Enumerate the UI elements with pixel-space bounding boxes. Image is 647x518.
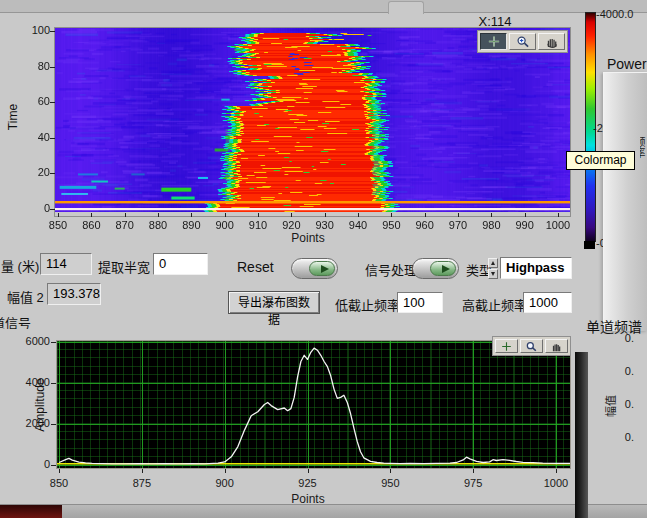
spinner-down-icon[interactable] (488, 269, 498, 279)
x-tick-mark (458, 213, 459, 217)
export-waterfall-button[interactable]: 导出瀑布图数据 (228, 291, 320, 314)
zoom-tool-button[interactable] (509, 33, 536, 50)
cursor-tool-icon (486, 35, 502, 48)
x-tick-label: 950 (373, 477, 407, 489)
channel-signal-label: 道信号 (0, 313, 31, 329)
x-tick-mark (425, 213, 426, 217)
x-tick-label: 940 (341, 219, 375, 231)
waveform-plot[interactable] (56, 340, 571, 469)
y-tick-mark (50, 67, 55, 68)
x-tick-mark (558, 213, 559, 217)
amplitude2-indicator: 193.378 (47, 283, 101, 305)
high-cutoff-label: 高截止频率 (462, 295, 527, 314)
x-tick-mark (291, 213, 292, 217)
x-tick-label: 900 (208, 219, 242, 231)
panel-divider (575, 352, 588, 518)
x-tick-label: 930 (308, 219, 342, 231)
x-tick-label: 910 (241, 219, 275, 231)
half-width-input[interactable]: 0 (153, 253, 208, 275)
colorbar-max-label: -4000.0 (596, 8, 633, 20)
y-tick-label: 6000 (18, 335, 50, 347)
y-tick-label: 4000 (18, 376, 50, 388)
spectrogram-plot[interactable] (54, 27, 571, 217)
pan-tool-button[interactable] (538, 33, 565, 50)
x-tick-label: 875 (125, 477, 159, 489)
x-tick-mark (325, 213, 326, 217)
x-tick-label: 950 (374, 219, 408, 231)
window-top-strip (0, 0, 647, 13)
x-tick-label: 920 (274, 219, 308, 231)
signal-trace (59, 348, 570, 464)
x-tick-label: 870 (108, 219, 142, 231)
x-tick-label: 850 (42, 477, 76, 489)
filter-type-combo[interactable]: Highpass (500, 257, 572, 279)
x-tick-label: 880 (141, 219, 175, 231)
y-tick-mark (50, 31, 55, 32)
x-tick-mark (308, 469, 309, 473)
y-tick-label: 0 (20, 202, 50, 214)
cursor-tool-button[interactable] (480, 33, 507, 50)
spectrogram-x-axis-title: Points (278, 231, 338, 245)
y-tick-mark (51, 383, 56, 384)
spectrogram-canvas[interactable] (55, 28, 570, 212)
low-cutoff-label: 低截止频率 (335, 295, 400, 314)
y-tick-label: 20 (20, 166, 50, 178)
x-tick-mark (491, 213, 492, 217)
x-tick-mark (258, 213, 259, 217)
x-tick-mark (58, 213, 59, 217)
x-tick-mark (125, 213, 126, 217)
time-axis-label: Time (6, 81, 20, 153)
y-tick-label: 0 (18, 458, 50, 470)
zoom-tool-icon (525, 341, 538, 352)
x-tick-mark (525, 213, 526, 217)
signal-processing-toggle[interactable] (412, 258, 459, 279)
waveform-trace (57, 341, 570, 468)
y-tick-mark (50, 173, 55, 174)
cursor-tool-icon (500, 341, 513, 352)
spectrum-y-tick-label: 0. (608, 332, 634, 344)
amplitude2-label: 幅值 2 (7, 287, 44, 306)
x-tick-label: 990 (508, 219, 542, 231)
pan-tool-icon (550, 341, 563, 352)
x-tick-label: 890 (174, 219, 208, 231)
pan-tool-icon (544, 35, 560, 48)
y-tick-mark (51, 424, 56, 425)
x-tick-label: 850 (41, 219, 75, 231)
window-bottom-strip (0, 504, 647, 518)
distance-indicator: 114 (40, 253, 92, 275)
colormap-tooltip: Colormap (566, 151, 635, 170)
spectrum-y-tick-label: 0. (608, 398, 634, 410)
signal-processing-toggle-knob (430, 261, 456, 276)
y-tick-label: 40 (20, 131, 50, 143)
application-window: X:114 Time Points -4000.0 -2000.0 -0.0 C… (0, 0, 647, 518)
distance-label: 量 (米) (1, 256, 39, 275)
window-tab (388, 1, 424, 14)
cursor-tool-button[interactable] (495, 339, 518, 353)
x-tick-mark (91, 213, 92, 217)
y-tick-label: 60 (20, 95, 50, 107)
bottom-graph-toolbar (492, 336, 571, 356)
half-width-label: 提取半宽 (98, 257, 150, 276)
y-tick-mark (51, 342, 56, 343)
y-tick-label: 2000 (18, 417, 50, 429)
x-tick-label: 1000 (541, 219, 575, 231)
pan-tool-button[interactable] (545, 339, 568, 353)
reset-toggle-knob (309, 261, 335, 276)
x-tick-mark (391, 213, 392, 217)
reset-toggle[interactable] (291, 258, 338, 279)
y-tick-mark (51, 465, 56, 466)
type-spinner[interactable] (488, 258, 498, 279)
x-tick-mark (473, 469, 474, 473)
x-tick-mark (225, 469, 226, 473)
zoom-tool-button[interactable] (520, 339, 543, 353)
x-tick-label: 925 (291, 477, 325, 489)
y-tick-mark (50, 209, 55, 210)
zoom-tool-icon (515, 35, 531, 48)
x-tick-mark (142, 469, 143, 473)
low-cutoff-input[interactable]: 100 (397, 292, 443, 313)
taskbar-fragment (0, 505, 62, 518)
high-cutoff-input[interactable]: 1000 (523, 292, 572, 313)
x-tick-mark (225, 213, 226, 217)
y-tick-label: 80 (20, 60, 50, 72)
spinner-up-icon[interactable] (488, 258, 498, 268)
